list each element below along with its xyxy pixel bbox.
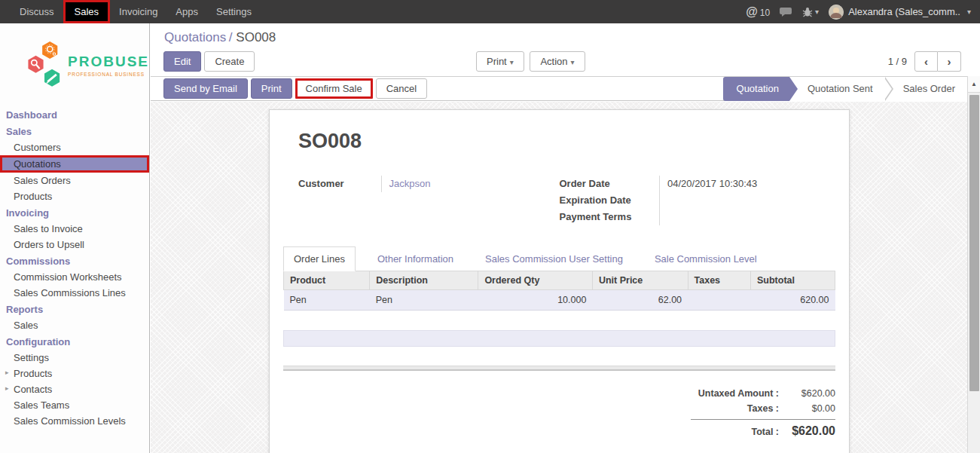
sidebar-menu: Dashboard Sales Customers Quotations Sal…	[0, 102, 149, 429]
pager-counter: 1 / 9	[888, 56, 907, 67]
logo-title: PROBUSE	[68, 54, 149, 70]
sidebar-item-products[interactable]: Products	[0, 188, 149, 204]
print-action-group: Print▾ Action▾	[476, 51, 585, 72]
pager: 1 / 9 ‹ ›	[888, 51, 961, 72]
print-menu-button[interactable]: Print▾	[476, 51, 524, 72]
inbox-at-icon[interactable]: @10	[746, 5, 770, 19]
topnav-invoicing[interactable]: Invoicing	[110, 0, 166, 23]
sidebar-item-settings[interactable]: Settings	[0, 350, 149, 366]
sidebar-section-configuration[interactable]: Configuration	[0, 333, 149, 350]
cell-ordered-qty[interactable]: 10.000	[478, 290, 593, 311]
print-document-button[interactable]: Print	[251, 78, 292, 99]
tab-order-lines-active[interactable]: Order Lines	[283, 246, 356, 271]
customer-value-link[interactable]: Jackpson	[381, 176, 560, 192]
user-name: Alexandra (Sales_comm..	[848, 6, 960, 17]
tab-other-information[interactable]: Other Information	[368, 247, 463, 271]
status-step-quotation-active[interactable]: Quotation	[723, 77, 789, 101]
cell-taxes[interactable]	[688, 290, 750, 311]
breadcrumb: Quotations / SO008	[151, 23, 980, 47]
config-contacts-label: Contacts	[14, 384, 52, 395]
status-step-sales-order[interactable]: Sales Order	[885, 77, 967, 101]
probuse-logo: PROBUSE PROFESSIONAL BUSINESS	[0, 23, 149, 102]
order-date-row: Order Date 04/20/2017 10:30:43	[560, 176, 821, 192]
chat-bubble-icon[interactable]	[780, 7, 792, 17]
sidebar-section-reports[interactable]: Reports	[0, 301, 149, 317]
action-menu-label: Action	[540, 56, 567, 67]
status-pipeline: Quotation Quotation Sent Sales Order	[723, 77, 967, 101]
statusbar: Send by Email Print Confirm Sale Cancel …	[151, 76, 980, 101]
topnav-apps[interactable]: Apps	[166, 0, 207, 23]
pager-next-button[interactable]: ›	[938, 51, 961, 72]
tab-sale-commission-level[interactable]: Sale Commission Level	[645, 247, 767, 271]
column-header-taxes: Taxes	[688, 271, 750, 290]
breadcrumb-separator: /	[229, 30, 236, 44]
probuse-logo-hexagons	[27, 32, 62, 97]
sidebar-item-dashboard[interactable]: Dashboard	[0, 106, 149, 123]
quotation-form: Customer Jackpson Order Date 04/20/2017 …	[298, 176, 820, 225]
sidebar-item-config-products[interactable]: ▸Products	[0, 366, 149, 381]
form-right-group: Order Date 04/20/2017 10:30:43 Expiratio…	[560, 176, 821, 225]
total-label: Total :	[691, 427, 779, 437]
untaxed-amount-value: $620.00	[779, 388, 835, 399]
action-menu-button[interactable]: Action▾	[530, 51, 585, 72]
cancel-button[interactable]: Cancel	[376, 78, 427, 99]
total-value: $620.00	[779, 424, 835, 438]
payment-terms-label: Payment Terms	[560, 209, 660, 225]
section-divider-bar	[283, 366, 835, 371]
order-lines-header-row: Product Description Ordered Qty Unit Pri…	[284, 271, 835, 290]
control-panel: Quotations / SO008 Edit Create Print▾ Ac…	[151, 23, 980, 101]
confirm-sale-button-highlighted[interactable]: Confirm Sale	[295, 78, 373, 99]
scrollbar-up-arrow-icon[interactable]: ▲	[968, 76, 980, 93]
sidebar-item-reports-sales[interactable]: Sales	[0, 317, 149, 333]
sidebar-item-sales-commission-levels[interactable]: Sales Commission Levels	[0, 413, 149, 429]
scrollbar-thumb[interactable]	[969, 95, 979, 391]
edit-button[interactable]: Edit	[163, 51, 201, 72]
sidebar-item-config-contacts[interactable]: ▸Contacts	[0, 381, 149, 397]
order-date-value: 04/20/2017 10:30:43	[660, 176, 821, 192]
column-header-description: Description	[370, 271, 478, 290]
topnav-sales-highlighted[interactable]: Sales	[63, 0, 111, 23]
sidebar-item-sales-commissions-lines[interactable]: Sales Commissions Lines	[0, 285, 149, 301]
form-view-background: SO008 Customer Jackpson Order Date 04/20…	[151, 102, 980, 453]
status-step-quotation-sent[interactable]: Quotation Sent	[789, 77, 885, 101]
pager-previous-button[interactable]: ‹	[914, 51, 938, 72]
action-button-row: Edit Create Print▾ Action▾ 1 / 9 ‹ ›	[151, 47, 980, 76]
sidebar-section-invoicing[interactable]: Invoicing	[0, 204, 149, 221]
user-menu[interactable]: Alexandra (Sales_comm.. ▾	[829, 5, 971, 20]
sidebar-section-commissions[interactable]: Commissions	[0, 253, 149, 269]
debug-bug-icon[interactable]: ▾	[802, 7, 819, 17]
sidebar-item-sales-to-invoice[interactable]: Sales to Invoice	[0, 221, 149, 237]
total-row: Total : $620.00	[691, 419, 835, 440]
expand-arrow-icon[interactable]: ▸	[5, 369, 9, 376]
order-date-label: Order Date	[560, 176, 660, 192]
untaxed-amount-label: Untaxed Amount :	[691, 388, 779, 399]
sidebar-item-quotations-selected[interactable]: Quotations	[0, 155, 149, 173]
vertical-scrollbar[interactable]: ▲	[967, 76, 980, 453]
tab-sales-commission-user-setting[interactable]: Sales Commission User Setting	[475, 247, 633, 271]
send-by-email-button[interactable]: Send by Email	[163, 78, 248, 99]
sidebar-item-customers[interactable]: Customers	[0, 139, 149, 155]
sidebar-item-orders-to-upsell[interactable]: Orders to Upsell	[0, 237, 149, 253]
order-lines-table: Product Description Ordered Qty Unit Pri…	[283, 271, 835, 311]
column-header-subtotal: Subtotal	[750, 271, 835, 290]
sidebar-section-sales[interactable]: Sales	[0, 123, 149, 139]
customer-row: Customer Jackpson	[298, 176, 560, 192]
create-button[interactable]: Create	[204, 51, 255, 72]
sidebar-item-sales-teams[interactable]: Sales Teams	[0, 397, 149, 413]
cell-description[interactable]: Pen	[370, 290, 478, 311]
topnav-discuss[interactable]: Discuss	[11, 0, 63, 23]
sidebar-item-commission-worksheets[interactable]: Commission Worksheets	[0, 269, 149, 285]
expiration-date-value	[660, 192, 821, 209]
notebook-tabs: Order Lines Other Information Sales Comm…	[283, 246, 835, 271]
sidebar: PROBUSE PROFESSIONAL BUSINESS Dashboard …	[0, 23, 150, 453]
topnav-settings[interactable]: Settings	[207, 0, 261, 23]
cell-subtotal[interactable]: 620.00	[750, 290, 835, 311]
breadcrumb-quotations-link[interactable]: Quotations	[164, 30, 226, 44]
cell-unit-price[interactable]: 62.00	[592, 290, 688, 311]
sidebar-item-sales-orders[interactable]: Sales Orders	[0, 173, 149, 188]
cell-product[interactable]: Pen	[284, 290, 370, 311]
order-line-row[interactable]: Pen Pen 10.000 62.00 620.00	[284, 290, 835, 311]
expand-arrow-icon[interactable]: ▸	[5, 384, 9, 392]
expiration-date-row: Expiration Date	[560, 192, 821, 209]
breadcrumb-separator-glyph: /	[229, 30, 233, 44]
